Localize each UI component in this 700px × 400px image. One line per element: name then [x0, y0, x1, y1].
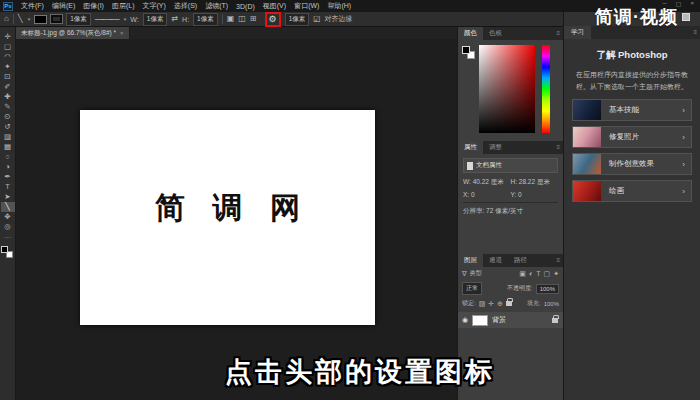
panel-menu-icon[interactable]: ≡: [556, 257, 560, 263]
tool-type[interactable]: T: [1, 182, 15, 192]
menu-edit[interactable]: 编辑(E): [49, 1, 78, 11]
tab-channels[interactable]: 通道: [483, 254, 508, 267]
layer-thumbnail[interactable]: [472, 315, 488, 326]
hue-slider[interactable]: [542, 45, 550, 133]
doc-x-value[interactable]: X: 0: [463, 191, 511, 198]
menu-type[interactable]: 文字(Y): [139, 1, 168, 11]
doc-y-value[interactable]: Y: 0: [511, 191, 559, 198]
tool-lasso[interactable]: ◠: [1, 52, 15, 62]
lock-label: 锁定:: [462, 299, 476, 308]
saturation-brightness-picker[interactable]: [479, 45, 535, 133]
tab-properties[interactable]: 属性: [458, 141, 483, 154]
learn-card-retouch-photos[interactable]: 修复照片 ›: [572, 126, 692, 148]
tool-crop[interactable]: ⊡: [1, 72, 15, 82]
tab-layers[interactable]: 图层: [458, 254, 483, 267]
filter-type-label[interactable]: 类型: [470, 269, 482, 278]
tool-history-brush[interactable]: ↺: [1, 122, 15, 132]
learn-description: 在应用程序内直接提供的分步指导教程。从下面选取一个主题开始教程。: [564, 69, 700, 92]
tab-adjustments[interactable]: 调整: [483, 141, 508, 154]
tab-learn[interactable]: 学习: [564, 26, 591, 39]
tool-gradient[interactable]: ▦: [1, 142, 15, 152]
close-button[interactable]: ×: [690, 0, 694, 7]
filter-type-icon[interactable]: T: [536, 270, 540, 277]
home-icon[interactable]: ⌂: [4, 15, 9, 23]
menu-window[interactable]: 窗口(W): [291, 1, 322, 11]
blend-mode-select[interactable]: 正常: [462, 282, 482, 295]
tab-color[interactable]: 颜色: [458, 27, 483, 40]
menu-filter[interactable]: 滤镜(T): [202, 1, 231, 11]
stroke-color-swatch[interactable]: [51, 15, 62, 23]
tool-brush[interactable]: ✎: [1, 102, 15, 112]
tool-eraser[interactable]: ▨: [1, 132, 15, 142]
tab-paths[interactable]: 路径: [508, 254, 533, 267]
close-tab-icon[interactable]: ×: [120, 30, 124, 36]
lock-all-icon[interactable]: ⊕: [497, 300, 503, 308]
layer-visibility-eye-icon[interactable]: ◉: [462, 316, 468, 324]
menu-layer[interactable]: 图层(L): [109, 1, 138, 11]
doc-resolution-value[interactable]: 分辨率: 72 像素/英寸: [463, 207, 558, 216]
tool-pen[interactable]: ✒: [1, 172, 15, 182]
filter-adjustment-icon[interactable]: ◐: [529, 270, 533, 277]
learn-card-creative-effects[interactable]: 制作创意效果 ›: [572, 153, 692, 175]
menu-view[interactable]: 视图(V): [260, 1, 289, 11]
stroke-width-field[interactable]: 1像素: [66, 13, 91, 26]
path-alignment-icon[interactable]: ◫: [238, 15, 246, 23]
tool-blur[interactable]: ○: [1, 152, 15, 162]
lock-icon[interactable]: [506, 301, 512, 306]
path-operations-icon[interactable]: ▣: [227, 15, 235, 23]
filter-shape-icon[interactable]: ▢: [544, 270, 551, 278]
tool-preset-icon[interactable]: ╲: [18, 15, 23, 23]
tool-hand[interactable]: ✥: [1, 212, 15, 222]
lock-position-icon[interactable]: ✛: [488, 300, 494, 308]
learn-card-basic-skills[interactable]: 基本技能 ›: [572, 99, 692, 121]
learn-panel: 学习 ≡ 了解 Photoshop 在应用程序内直接提供的分步指导教程。从下面选…: [563, 12, 700, 400]
stroke-type-dropdown[interactable]: ———: [95, 14, 119, 24]
path-arrangement-icon[interactable]: ⊞: [250, 15, 257, 23]
lock-transparency-icon[interactable]: ▨: [479, 300, 486, 308]
fill-value[interactable]: 100%: [544, 301, 559, 307]
tool-eyedropper[interactable]: ✐: [1, 82, 15, 92]
tool-move[interactable]: ✛: [1, 32, 15, 42]
layer-row-background[interactable]: ◉ 背景: [458, 312, 563, 328]
foreground-color-swatch[interactable]: [1, 246, 8, 253]
menu-file[interactable]: 文件(F): [18, 1, 47, 11]
panel-menu-icon[interactable]: ≡: [556, 30, 560, 36]
document-tab[interactable]: 未标题-1.jpg @ 66.7%(灰色/8#) * ×: [16, 27, 130, 39]
weight-field[interactable]: 1像素: [285, 13, 310, 26]
menu-help[interactable]: 帮助(H): [324, 1, 354, 11]
settings-gear-icon[interactable]: ⚙: [269, 14, 277, 24]
tool-spot-healing[interactable]: ✚: [1, 92, 15, 102]
foreground-background-swatches[interactable]: [462, 46, 477, 61]
fill-color-swatch[interactable]: [34, 15, 47, 24]
tool-rectangular-marquee[interactable]: ▢: [1, 42, 15, 52]
panel-menu-icon[interactable]: ≡: [556, 144, 560, 150]
menu-select[interactable]: 选择(S): [171, 1, 200, 11]
tool-dodge[interactable]: ◑: [1, 162, 15, 172]
tool-clone-stamp[interactable]: ⊙: [1, 112, 15, 122]
filter-funnel-icon[interactable]: ∇: [462, 270, 467, 278]
tool-line-shape[interactable]: ╲: [1, 202, 15, 212]
learn-card-painting[interactable]: 绘画 ›: [572, 180, 692, 202]
link-dimensions-icon[interactable]: ⇄: [171, 15, 178, 23]
height-field[interactable]: 1像素: [193, 13, 218, 26]
layer-lock-icon[interactable]: [552, 318, 558, 323]
filter-smart-icon[interactable]: ✦: [553, 270, 559, 278]
menu-image[interactable]: 图像(I): [80, 1, 107, 11]
foreground-background-swatches[interactable]: [1, 246, 14, 259]
canvas-document[interactable]: 简 调 网: [80, 110, 375, 325]
filter-pixel-icon[interactable]: ▣: [519, 270, 526, 278]
foreground-color-swatch[interactable]: [462, 46, 470, 54]
tool-zoom[interactable]: ◎: [1, 222, 15, 232]
align-edges-checkbox[interactable]: ☑: [313, 15, 320, 24]
panel-menu-icon[interactable]: ≡: [693, 29, 697, 35]
menu-3d[interactable]: 3D(D): [233, 3, 258, 10]
width-field[interactable]: 1像素: [143, 13, 168, 26]
opacity-value[interactable]: 100%: [536, 284, 559, 294]
tool-quick-selection[interactable]: ✦: [1, 62, 15, 72]
tool-path-selection[interactable]: ➤: [1, 192, 15, 202]
tab-swatches[interactable]: 色板: [483, 27, 508, 40]
edit-toolbar-icon[interactable]: ⋯: [4, 234, 11, 242]
doc-height-value[interactable]: H: 28.22 厘米: [511, 178, 559, 187]
doc-width-value[interactable]: W: 40.22 厘米: [463, 178, 511, 187]
photoshop-app-icon: Ps: [3, 2, 13, 11]
